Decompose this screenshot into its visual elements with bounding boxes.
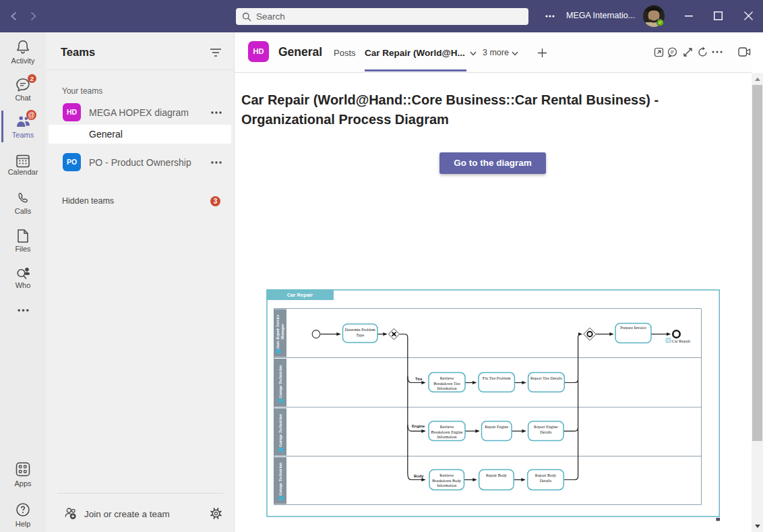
- svg-text:Report Body: Report Body: [535, 473, 557, 477]
- svg-text:Tire: Tire: [415, 377, 423, 381]
- svg-text:Breakdown Tire: Breakdown Tire: [433, 382, 460, 386]
- svg-text:Fix Tire Problem: Fix Tire Problem: [483, 376, 511, 380]
- svg-text:Retrieve: Retrieve: [440, 376, 454, 380]
- svg-text:Breakdown Body: Breakdown Body: [432, 479, 462, 483]
- svg-text:Retrieve: Retrieve: [439, 473, 454, 477]
- svg-text:Car Repair: Car Repair: [672, 338, 692, 343]
- svg-text:Retrieve: Retrieve: [440, 425, 454, 429]
- svg-text:Garage Technician: Garage Technician: [278, 365, 282, 398]
- svg-text:Information: Information: [437, 435, 456, 439]
- svg-text:Determin Problem: Determin Problem: [345, 328, 375, 332]
- svg-text:Auto Repair Service: Auto Repair Service: [275, 314, 280, 349]
- svg-text:Car Repair: Car Repair: [287, 292, 313, 298]
- svg-text:Details: Details: [540, 479, 552, 483]
- svg-text:Garage Technician: Garage Technician: [278, 414, 282, 447]
- svg-text:Breakdown Engine: Breakdown Engine: [431, 430, 463, 434]
- svg-text:Engine: Engine: [412, 424, 425, 428]
- svg-text:Manager: Manager: [280, 324, 284, 341]
- svg-text:Report Engine: Report Engine: [534, 425, 558, 429]
- svg-text:Repair Engine: Repair Engine: [485, 425, 508, 429]
- svg-text:Garage Technician: Garage Technician: [278, 463, 282, 496]
- svg-text:Repair Body: Repair Body: [486, 473, 508, 477]
- svg-text:Report Tire Details: Report Tire Details: [530, 376, 562, 380]
- svg-text:Information: Information: [437, 483, 456, 487]
- svg-text:Details: Details: [540, 430, 552, 434]
- svg-text:Type: Type: [356, 333, 364, 337]
- svg-text:Information: Information: [437, 386, 456, 390]
- svg-text:Body: Body: [414, 474, 424, 478]
- svg-text:Prepare Invoice: Prepare Invoice: [620, 326, 646, 330]
